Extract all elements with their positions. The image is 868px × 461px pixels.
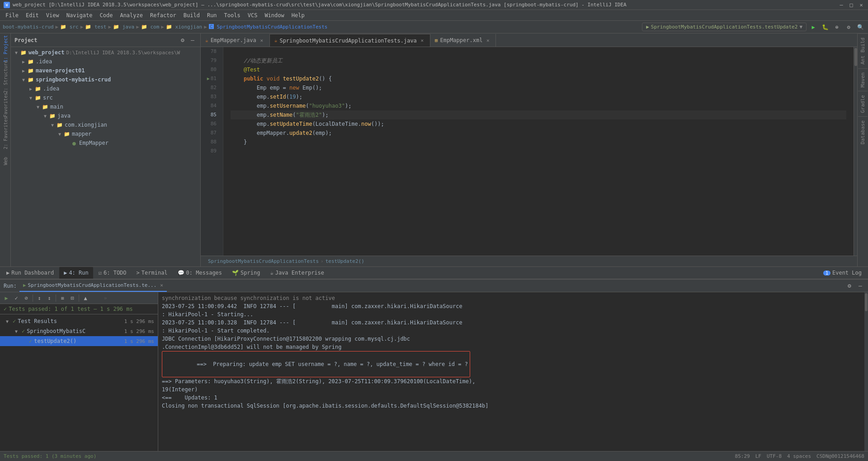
tree-toggle-java[interactable]: ▼ (42, 112, 49, 119)
menu-refactor[interactable]: Refactor (146, 11, 180, 19)
status-lf[interactable]: LF (755, 453, 761, 459)
tree-toggle-springboot[interactable]: ▼ (20, 76, 27, 83)
breadcrumb-item-1[interactable]: boot-mybatis-crud (3, 24, 54, 30)
tree-toggle-com[interactable]: ▼ (49, 121, 56, 128)
tree-item-src[interactable]: ▼ 📁 src (11, 93, 200, 102)
console-scrollbar-thumb[interactable] (865, 293, 868, 311)
tree-toggle-results[interactable]: ▼ (4, 318, 11, 325)
scrollbar-thumb[interactable] (854, 48, 857, 66)
gradle-tool[interactable]: Gradle (858, 91, 868, 117)
menu-navigate[interactable]: Navigate (63, 11, 96, 19)
maven-tool[interactable]: Maven (858, 68, 868, 91)
expand-up-btn[interactable]: ▲ (81, 294, 90, 303)
tab-close-empmapper[interactable]: ✕ (259, 37, 265, 43)
run-stop-btn[interactable]: ⊘ (22, 294, 31, 303)
tab-run-dashboard[interactable]: ▶ Run Dashboard (2, 267, 58, 279)
menu-code[interactable]: Code (96, 11, 117, 19)
breadcrumb-item-5[interactable]: 📁 com (141, 24, 160, 30)
tab-terminal[interactable]: > Terminal (132, 267, 172, 279)
settings-nav-button[interactable]: ⚙ (844, 22, 854, 32)
tab-xml[interactable]: ⊞ EmpMapper.xml ✕ (430, 34, 496, 47)
run-button[interactable]: ▶ (808, 22, 818, 32)
database-tool[interactable]: Database (858, 116, 868, 148)
tree-toggle-idea1[interactable]: ▶ (20, 58, 27, 65)
tree-item-main[interactable]: ▼ 📁 main (11, 102, 200, 111)
menu-file[interactable]: File (2, 11, 22, 19)
tree-toggle-springboot-test[interactable]: ▼ (13, 328, 20, 335)
test-item-results[interactable]: ▼ ✓ Test Results 1 s 296 ms (0, 316, 158, 326)
tree-item-web-project[interactable]: ▼ 📁 web_project D:\IntelliJ IDEA 2018.3.… (11, 48, 200, 57)
double-arrow-btn[interactable]: » (101, 294, 110, 303)
coverage-button[interactable]: ⊕ (832, 22, 842, 32)
run-minimize-icon[interactable]: — (856, 282, 864, 290)
collapse-btn[interactable]: ⊡ (68, 294, 77, 303)
menu-tools[interactable]: Tools (221, 11, 244, 19)
tab-messages[interactable]: 💬 0: Messages (173, 267, 226, 279)
menu-build[interactable]: Build (180, 11, 203, 19)
run-marker-icon[interactable]: ▶ (207, 74, 210, 83)
tab-todo[interactable]: ☑ 6: TODO (94, 267, 131, 279)
tree-item-java[interactable]: ▼ 📁 java (11, 111, 200, 120)
tab-java-enterprise[interactable]: ☕ Java Enterprise (265, 267, 329, 279)
status-position[interactable]: 85:29 (735, 453, 750, 459)
debug-button[interactable]: 🐛 (820, 22, 830, 32)
sort-btn[interactable]: ↕ (35, 294, 44, 303)
menu-run[interactable]: Run (203, 11, 221, 19)
breadcrumb-item-3[interactable]: 📁 test (85, 24, 106, 30)
run-restart-btn[interactable]: ▶ (2, 294, 11, 303)
tree-item-maven[interactable]: ▶ 📁 maven-project01 (11, 66, 200, 75)
tree-toggle-main[interactable]: ▼ (34, 103, 42, 110)
tree-item-mapper[interactable]: ▼ 📁 mapper (11, 129, 200, 138)
status-indent[interactable]: 4 spaces (787, 453, 811, 459)
menu-analyze[interactable]: Analyze (116, 11, 146, 19)
tree-item-springboot[interactable]: ▼ 📁 springboot-mybatis-crud (11, 75, 200, 84)
tab-spring[interactable]: 🌱 Spring (227, 267, 264, 279)
test-item-springboot[interactable]: ▼ ✓ SpringbootMybatisC 1 s 296 ms (0, 326, 158, 336)
tree-toggle-src[interactable]: ▼ (27, 94, 34, 101)
menu-edit[interactable]: Edit (22, 11, 42, 19)
tree-toggle-idea2[interactable]: ▶ (27, 85, 34, 92)
tab-close-xml[interactable]: ✕ (485, 37, 491, 43)
tree-toggle-mapper[interactable]: ▼ (56, 130, 63, 138)
breadcrumb-item-2[interactable]: 📁 src (60, 24, 79, 30)
search-nav-button[interactable]: 🔍 (855, 22, 865, 32)
menu-help[interactable]: Help (288, 11, 308, 19)
tree-item-empmapper[interactable]: ● EmpMapper (11, 138, 200, 147)
minimize-button[interactable]: — (838, 2, 844, 8)
tree-item-idea2[interactable]: ▶ 📁 .idea (11, 84, 200, 93)
status-charset[interactable]: UTF-8 (767, 453, 782, 459)
run-check-btn[interactable]: ✓ (12, 294, 21, 303)
breadcrumb-item-6[interactable]: 📁 xiongjian (166, 24, 202, 30)
tree-item-com-xiongjian[interactable]: ▼ 📁 com.xiongjian (11, 120, 200, 129)
tab-run[interactable]: ▶ 4: Run (59, 267, 93, 279)
ant-build-tool[interactable]: Ant Build (858, 33, 868, 68)
tree-item-idea1[interactable]: ▶ 📁 .idea (11, 57, 200, 66)
tab-close-tests[interactable]: ✕ (419, 38, 425, 44)
run-tab-tests[interactable]: ▶ SpringbootMybatisCrudApplicationTests.… (19, 280, 167, 292)
tab-tests[interactable]: ☕ SpringbootMybatisCrudApplicationTests.… (270, 34, 430, 47)
tool-structure[interactable]: 2: Structure (1, 63, 10, 90)
minimize-panel-icon[interactable]: — (189, 36, 197, 44)
menu-view[interactable]: View (42, 11, 63, 19)
breadcrumb-item-4[interactable]: 📁 java (113, 24, 134, 30)
tool-web[interactable]: Web (1, 147, 10, 175)
run-tab-close[interactable]: ✕ (160, 282, 163, 288)
tree-toggle-maven[interactable]: ▶ (20, 67, 27, 74)
tab-empmapper[interactable]: ☕ EmpMapper.java ✕ (201, 34, 270, 47)
maximize-button[interactable]: □ (848, 2, 854, 8)
tree-toggle-web-project[interactable]: ▼ (13, 49, 20, 56)
console-scrollbar[interactable] (864, 292, 868, 451)
code-editor[interactable]: //动态更新员工 @Test public void testUpdate2 (… (223, 47, 854, 256)
tool-favorites[interactable]: Favorites (1, 91, 10, 119)
gear-icon[interactable]: ⚙ (179, 36, 187, 44)
menu-vcs[interactable]: VCS (244, 11, 261, 19)
tab-event-log[interactable]: 1 Event Log (819, 267, 866, 279)
run-config-selector[interactable]: ▶ SpringbootMybatisCrudApplicationTests.… (642, 23, 807, 31)
menu-window[interactable]: Window (261, 11, 288, 19)
editor-scrollbar[interactable] (854, 47, 857, 256)
sort-btn2[interactable]: ↕ (45, 294, 54, 303)
test-item-testupdate2[interactable]: ✓ testUpdate2() 1 s 296 ms (0, 336, 158, 346)
tool-project[interactable]: 1: Project (1, 35, 10, 62)
filter-btn[interactable]: ≡ (58, 294, 67, 303)
run-settings-icon[interactable]: ⚙ (845, 282, 854, 290)
